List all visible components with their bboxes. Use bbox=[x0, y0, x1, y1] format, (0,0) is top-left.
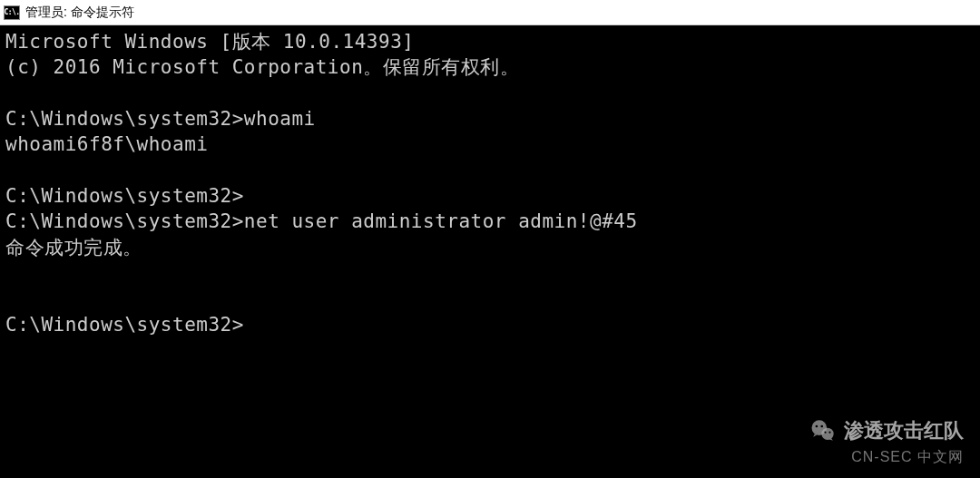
title-bar: C:\. 管理员: 命令提示符 bbox=[0, 0, 980, 25]
window-title: 管理员: 命令提示符 bbox=[25, 5, 134, 21]
terminal-output[interactable]: Microsoft Windows [版本 10.0.14393] (c) 20… bbox=[0, 25, 980, 341]
svg-point-4 bbox=[824, 432, 826, 434]
watermark-subtitle: CN-SEC 中文网 bbox=[851, 448, 964, 467]
wechat-icon bbox=[809, 417, 837, 444]
cmd-icon: C:\. bbox=[4, 5, 20, 20]
watermark-title: 渗透攻击红队 bbox=[844, 417, 964, 444]
svg-point-1 bbox=[821, 428, 833, 440]
svg-point-2 bbox=[816, 425, 818, 428]
watermark: 渗透攻击红队 CN-SEC 中文网 bbox=[809, 417, 964, 467]
svg-point-3 bbox=[820, 425, 823, 428]
svg-point-5 bbox=[828, 432, 830, 434]
watermark-top: 渗透攻击红队 bbox=[809, 417, 964, 444]
